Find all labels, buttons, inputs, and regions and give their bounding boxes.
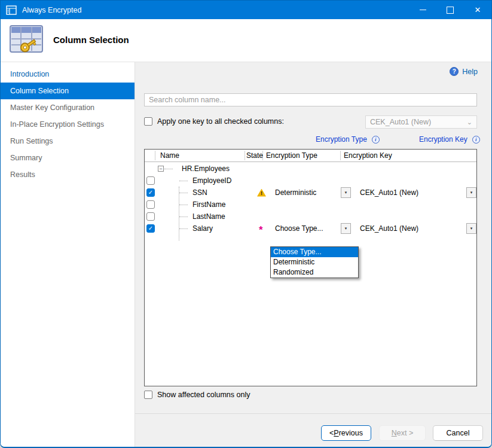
table-key-icon xyxy=(8,23,46,57)
encryption-type-link[interactable]: Encryption Type i xyxy=(316,135,380,144)
footer-divider xyxy=(135,413,492,414)
info-icon[interactable]: i xyxy=(472,136,480,144)
sidebar-item-column-selection[interactable]: Column Selection xyxy=(1,83,135,99)
sidebar-item-summary[interactable]: Summary xyxy=(1,150,135,166)
apply-one-key-label: Apply one key to all checked columns: xyxy=(157,117,284,126)
column-name: Salary xyxy=(192,223,213,234)
encryption-key-value: CEK_Auto1 (New) xyxy=(360,187,418,199)
table-row: ✓ SSN ! Deterministic ▼ CEK_Auto1 (New) … xyxy=(145,187,476,199)
sidebar-item-inplace-settings[interactable]: In-Place Encryption Settings xyxy=(1,116,135,133)
info-icon[interactable]: i xyxy=(372,136,380,144)
apply-key-combobox[interactable]: CEK_Auto1 (New) ⌄ xyxy=(365,115,477,129)
dropdown-arrow-icon: ▼ xyxy=(344,191,348,194)
apply-one-key-checkbox[interactable] xyxy=(144,117,152,126)
chevron-down-icon: ⌄ xyxy=(467,118,472,126)
column-name: SSN xyxy=(192,187,207,199)
sidebar-item-master-key[interactable]: Master Key Configuration xyxy=(1,99,135,116)
encryption-type-link-label: Encryption Type xyxy=(316,135,367,144)
help-label: Help xyxy=(462,68,478,76)
maximize-icon xyxy=(447,7,454,14)
table-body: − HR.Employees ✓ EmployeeID ✓ SSN ! Dete… xyxy=(145,162,476,386)
header-encryption-key: Encryption Key xyxy=(344,150,392,161)
header-state: State xyxy=(246,150,263,161)
row-checkbox[interactable]: ✓ xyxy=(146,224,155,233)
table-row: ✓ Salary * Choose Type... ▼ CEK_Auto1 (N… xyxy=(145,223,476,234)
tree-collapse-icon[interactable]: − xyxy=(158,166,164,172)
always-encrypted-wizard: Always Encrypted ✕ Column Selection Intr xyxy=(0,0,492,448)
maximize-button[interactable] xyxy=(436,1,464,19)
encryption-type-value: Deterministic xyxy=(275,187,316,199)
sidebar-item-introduction[interactable]: Introduction xyxy=(1,66,135,83)
warning-icon: ! xyxy=(257,189,266,197)
content-pane: ? Help Apply one key to all checked colu… xyxy=(135,62,492,448)
apply-key-value: CEK_Auto1 (New) xyxy=(370,118,431,126)
column-name: LastName xyxy=(192,211,225,223)
close-icon: ✕ xyxy=(475,6,481,14)
wizard-header: Column Selection xyxy=(1,19,491,62)
title-bar: Always Encrypted ✕ xyxy=(1,1,491,19)
cancel-button[interactable]: Cancel xyxy=(433,425,483,441)
row-checkbox[interactable]: ✓ xyxy=(146,176,155,185)
required-asterisk-icon: * xyxy=(259,227,263,233)
sidebar-item-results[interactable]: Results xyxy=(1,166,135,183)
header-encryption-type: Encryption Type xyxy=(266,150,317,161)
table-row-group: − HR.Employees xyxy=(145,163,476,175)
encryption-type-dropdown-list: Choose Type... Deterministic Randomized xyxy=(270,246,359,278)
dropdown-arrow-icon: ▼ xyxy=(470,227,473,230)
column-name: EmployeeID xyxy=(192,175,231,187)
row-checkbox[interactable]: ✓ xyxy=(146,212,155,221)
header-name: Name xyxy=(160,150,179,161)
window-title: Always Encrypted xyxy=(22,6,81,14)
dropdown-arrow-icon: ▼ xyxy=(344,227,348,230)
table-header-row: Name State Encryption Type Encryption Ke… xyxy=(145,150,476,162)
search-input[interactable] xyxy=(144,93,477,106)
table-row: ✓ FirstName xyxy=(145,199,476,211)
row-checkbox[interactable]: ✓ xyxy=(146,200,155,209)
encryption-type-dropdown-button[interactable]: ▼ xyxy=(341,223,351,234)
show-affected-label: Show affected columns only xyxy=(157,391,250,399)
encryption-key-value: CEK_Auto1 (New) xyxy=(360,223,418,234)
column-name: FirstName xyxy=(192,199,225,211)
encryption-key-dropdown-button[interactable]: ▼ xyxy=(466,187,476,198)
encryption-type-dropdown-button[interactable]: ▼ xyxy=(341,187,351,198)
dropdown-option[interactable]: Randomized xyxy=(271,267,358,278)
sidebar-item-run-settings[interactable]: Run Settings xyxy=(1,133,135,150)
wizard-steps-sidebar: Introduction Column Selection Master Key… xyxy=(1,62,135,448)
dropdown-option[interactable]: Choose Type... xyxy=(271,247,358,257)
minimize-button[interactable] xyxy=(409,1,436,19)
minimize-icon xyxy=(420,10,426,10)
columns-table: Name State Encryption Type Encryption Ke… xyxy=(144,149,477,386)
help-icon: ? xyxy=(450,67,459,76)
encryption-key-link[interactable]: Encryption Key i xyxy=(419,135,480,144)
dropdown-option[interactable]: Deterministic xyxy=(271,257,358,267)
table-row: ✓ LastName xyxy=(145,211,476,223)
encryption-key-dropdown-button[interactable]: ▼ xyxy=(466,223,476,234)
next-button[interactable]: Next > xyxy=(379,425,426,441)
help-link[interactable]: ? Help xyxy=(450,67,478,76)
row-checkbox[interactable]: ✓ xyxy=(146,188,155,197)
encryption-type-value: Choose Type... xyxy=(275,223,323,234)
group-name: HR.Employees xyxy=(182,163,230,175)
previous-button[interactable]: < Previous xyxy=(321,425,371,441)
close-button[interactable]: ✕ xyxy=(464,1,491,19)
show-affected-checkbox[interactable] xyxy=(144,391,152,399)
encryption-key-link-label: Encryption Key xyxy=(419,135,467,144)
dropdown-arrow-icon: ▼ xyxy=(470,191,473,194)
app-icon xyxy=(6,5,17,15)
table-row: ✓ EmployeeID xyxy=(145,175,476,187)
page-title: Column Selection xyxy=(53,35,129,45)
